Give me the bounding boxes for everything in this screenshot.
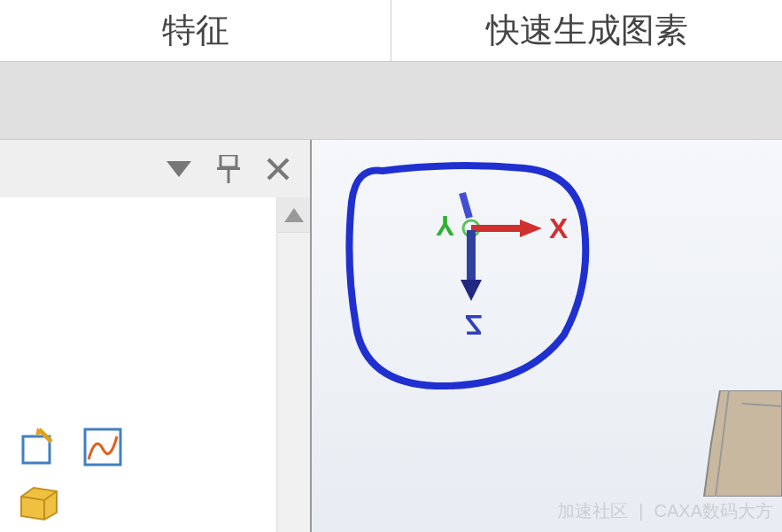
dropdown-icon[interactable]: [165, 155, 193, 183]
svg-marker-10: [284, 208, 304, 222]
extrude-icon[interactable]: [18, 481, 60, 523]
watermark-sep: |: [639, 501, 643, 521]
watermark-left: 加速社区: [557, 499, 628, 523]
svg-line-14: [462, 193, 469, 218]
watermark: 加速社区 | CAXA数码大方: [557, 499, 773, 523]
svg-marker-13: [520, 220, 542, 237]
tab-features[interactable]: 特征: [0, 0, 391, 61]
panel-content: [0, 197, 276, 532]
viewport-3d[interactable]: X Y Z 加速社区 | CAXA数码大方: [310, 140, 782, 532]
panel-scrollbar[interactable]: [276, 197, 310, 532]
svg-marker-0: [166, 161, 191, 177]
svg-marker-16: [461, 280, 482, 301]
axis-y-label: Y: [436, 209, 454, 242]
tab-quick-generate[interactable]: 快速生成图素: [391, 0, 782, 61]
ribbon-area: [0, 62, 782, 140]
tab-bar: 特征 快速生成图素: [0, 0, 782, 62]
scroll-track[interactable]: [277, 233, 310, 532]
pin-icon[interactable]: [214, 155, 243, 183]
panel-header: [0, 140, 310, 197]
svg-rect-6: [23, 436, 50, 463]
axis-z-label: Z: [465, 308, 483, 341]
main-area: X Y Z 加速社区 | CAXA数码大方: [0, 140, 782, 532]
edit-sketch-icon[interactable]: [18, 426, 60, 468]
axis-x-label: X: [549, 212, 568, 245]
watermark-right: CAXA数码大方: [654, 499, 773, 523]
svg-rect-2: [217, 167, 240, 170]
panel-toolbar: [18, 426, 124, 523]
curve-icon[interactable]: [81, 426, 124, 468]
scroll-up-icon[interactable]: [277, 197, 310, 233]
panel-body: [0, 197, 310, 532]
model-fragment: [693, 390, 782, 497]
close-icon[interactable]: [264, 155, 292, 183]
coordinate-axes: X Y Z: [418, 228, 595, 405]
side-panel: [0, 140, 310, 532]
svg-rect-1: [221, 155, 236, 167]
